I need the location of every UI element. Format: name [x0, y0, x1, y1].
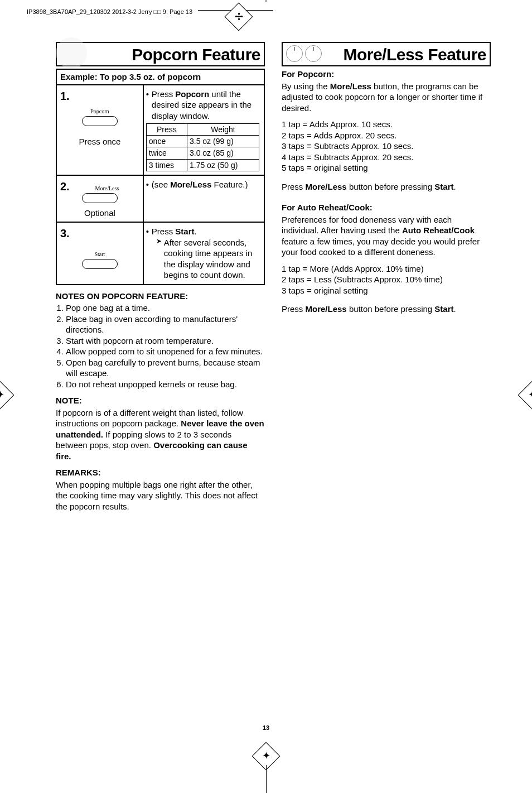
left-column: Popcorn Feature Example: To pop 3.5 oz. … — [56, 42, 265, 517]
cell: 3.5 oz (99 g) — [187, 136, 259, 147]
header-running-line: IP3898_3BA70AP_29_120302 2012-3-2 Jerry … — [27, 8, 192, 16]
taps-list: 1 tap = Adds Approx. 10 secs. 2 taps = A… — [282, 119, 491, 174]
list-item: 2 taps = Adds Approx. 20 secs. — [282, 130, 491, 141]
cell: once — [146, 136, 187, 147]
press-before-start-1: Press More/Less button before pressing S… — [282, 181, 491, 193]
step-1: 1. Popcorn Press once Press Popcorn unti… — [57, 85, 264, 175]
list-item: Do not reheat unpopped kernels or reuse … — [66, 379, 265, 390]
notes-list: Pop one bag at a time. Place bag in oven… — [66, 302, 265, 390]
dial-icons — [286, 45, 322, 62]
weight-table: PressWeight once3.5 oz (99 g) twice3.0 o… — [146, 123, 259, 171]
dial-minus-icon — [286, 45, 303, 62]
th-weight: Weight — [187, 124, 259, 136]
notes-heading: NOTES ON POPCORN FEATURE: — [56, 291, 265, 302]
step-3-sub: After several seconds, cooking time appe… — [152, 237, 260, 281]
crop-mark-icon: ✢ — [225, 3, 253, 31]
button-shape-icon — [82, 116, 118, 126]
steps-table: 1. Popcorn Press once Press Popcorn unti… — [56, 85, 265, 285]
list-item: Place bag in oven according to manufactu… — [66, 314, 265, 335]
step-2: 2. More/Less Optional (see More/Less Fea… — [57, 175, 264, 222]
popcorn-feature-title: Popcorn Feature — [132, 44, 260, 65]
step-number: 2. — [60, 180, 70, 193]
moreless-feature-title: More/Less Feature — [343, 44, 486, 65]
note-body: If popcorn is of a different weight than… — [56, 407, 265, 462]
popcorn-icon — [56, 37, 87, 69]
button-shape-icon — [82, 193, 118, 203]
list-item: 3 taps = original setting — [282, 285, 491, 296]
right-column: More/Less Feature For Popcorn: By using … — [282, 42, 491, 517]
crop-rule — [266, 765, 267, 793]
list-item: 1 tap = More (Adds Approx. 10% time) — [282, 263, 491, 275]
list-item: Start with popcorn at room temperature. — [66, 335, 265, 347]
list-item: 4 taps = Subtracts Approx. 20 secs. — [282, 152, 491, 163]
step-1-desc: Press Popcorn until the desired size app… — [146, 89, 260, 122]
start-button-label: Start — [60, 251, 139, 258]
for-popcorn-heading: For Popcorn: — [282, 69, 491, 80]
example-header: Example: To pop 3.5 oz. of popcorn — [56, 69, 265, 85]
step-3-desc: Press Start. After several seconds, cook… — [146, 226, 260, 281]
popcorn-button-label: Popcorn — [60, 108, 139, 115]
moreless-feature-title-box: More/Less Feature — [282, 42, 491, 66]
step-number: 1. — [60, 90, 70, 102]
step-3: 3. Start Press Start. After several seco… — [57, 222, 264, 284]
step-number: 3. — [60, 227, 70, 239]
remarks-heading: REMARKS: — [56, 467, 265, 478]
list-item: Open bag carefully to prevent burns, bec… — [66, 357, 265, 379]
taps-list-2: 1 tap = More (Adds Approx. 10% time) 2 t… — [282, 263, 491, 296]
list-item: 1 tap = Adds Approx. 10 secs. — [282, 119, 491, 130]
cell: 3.0 oz (85 g) — [187, 147, 259, 159]
dial-plus-icon — [305, 45, 322, 62]
cell: twice — [146, 147, 187, 159]
crop-mark-icon: ✦ — [0, 381, 14, 410]
for-reheat-heading: For Auto Reheat/Cook: — [282, 202, 491, 213]
list-item: Allow popped corn to sit unopened for a … — [66, 346, 265, 357]
button-shape-icon — [82, 259, 118, 269]
popcorn-feature-title-box: Popcorn Feature — [56, 42, 265, 66]
cell: 1.75 oz (50 g) — [187, 159, 259, 171]
press-instruction: Press once — [60, 136, 139, 147]
cell: 3 times — [146, 159, 187, 171]
for-popcorn-body: By using the More/Less button, the progr… — [282, 81, 491, 114]
list-item: Pop one bag at a time. — [66, 302, 265, 314]
moreless-button-label: More/Less — [75, 185, 139, 192]
optional-label: Optional — [60, 208, 139, 219]
note-heading: NOTE: — [56, 395, 265, 406]
page-number: 13 — [263, 724, 269, 732]
list-item: 5 taps = original setting — [282, 162, 491, 174]
list-item: 2 taps = Less (Subtracts Approx. 10% tim… — [282, 274, 491, 285]
crop-mark-icon: ✦ — [518, 381, 532, 410]
th-press: Press — [146, 124, 187, 136]
press-before-start-2: Press More/Less button before pressing S… — [282, 304, 491, 315]
list-item: 3 taps = Subtracts Approx. 10 secs. — [282, 141, 491, 152]
crop-rule — [266, 0, 267, 2]
remarks-body: When popping multiple bags one right aft… — [56, 479, 265, 512]
for-reheat-body: Preferences for food doneness vary with … — [282, 214, 491, 258]
step-2-desc: (see More/Less Feature.) — [146, 179, 260, 190]
